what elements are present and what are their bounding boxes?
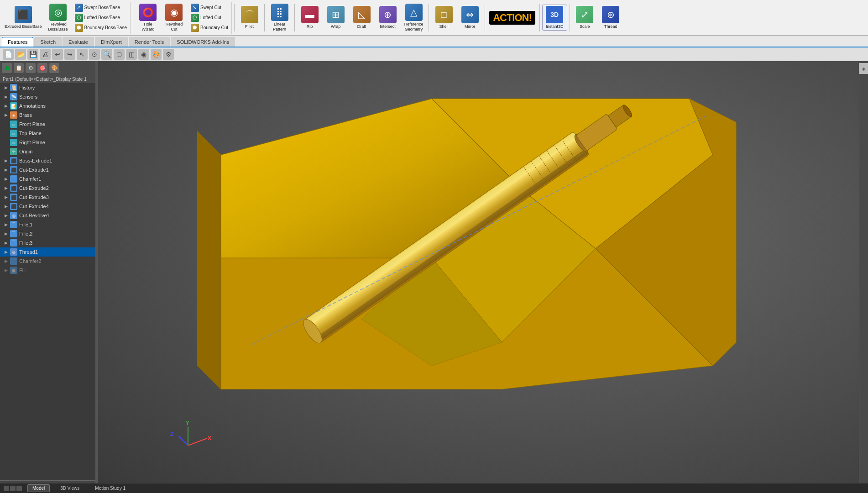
hole-wizard-button[interactable]: ⭕ HoleWizard [136, 2, 161, 33]
extruded-bossbase-label: Extruded Boss/Base [5, 24, 42, 29]
new-icon[interactable]: 📄 [3, 49, 14, 60]
status-tab-model[interactable]: Model [27, 484, 50, 492]
tree-item-cut-extrude2[interactable]: ▶ ⬛ Cut-Extrude2 [0, 184, 97, 193]
fillet-button[interactable]: ⌒ Fillet [237, 5, 262, 31]
boundary-bossbase-button[interactable]: ⬢ Boundary Boss/Base [73, 23, 128, 32]
tree-item-origin[interactable]: ▶ ✛ Origin [0, 147, 97, 156]
viewport[interactable]: X Y Z [98, 61, 859, 483]
tree-item-cut-extrude3[interactable]: ▶ ⬛ Cut-Extrude3 [0, 193, 97, 202]
tree-item-history[interactable]: ▶ 📜 History [0, 83, 97, 92]
display-manager-icon[interactable]: 🎨 [49, 63, 59, 73]
tab-sketch[interactable]: Sketch [34, 37, 62, 47]
linear-pattern-button[interactable]: ⣿ LinearPattern [267, 2, 292, 33]
tree-item-fill[interactable]: ▶ ◼ Fill [0, 266, 97, 275]
save-icon[interactable]: 💾 [27, 49, 38, 60]
tab-rendertools[interactable]: Render Tools [129, 37, 170, 47]
divider5 [429, 4, 429, 31]
view-orient-icon[interactable]: ⬡ [114, 49, 125, 60]
tab-features[interactable]: Features [2, 37, 33, 47]
select-icon[interactable]: ↖ [77, 49, 88, 60]
chamfer1-label: Chamfer1 [19, 176, 41, 182]
annotations-icon: 📝 [10, 102, 17, 110]
boundary-bossbase-icon: ⬢ [75, 24, 83, 32]
tree-item-cut-extrude4[interactable]: ▶ ⬛ Cut-Extrude4 [0, 202, 97, 211]
tree-item-fillet1[interactable]: ▶ ⌒ Fillet1 [0, 220, 97, 229]
fill-label: Fill [19, 267, 26, 273]
cut-extrude2-arrow: ▶ [4, 186, 8, 190]
tree-item-thread1[interactable]: ▶ ⊛ Thread1 [0, 247, 97, 257]
open-icon[interactable]: 📂 [15, 49, 26, 60]
configuration-manager-icon[interactable]: ⚙ [26, 63, 36, 73]
tab-evaluate[interactable]: Evaluate [63, 37, 94, 47]
lofted-cut-button[interactable]: ⬠ Lofted Cut [189, 13, 230, 22]
section-view-icon[interactable]: ◫ [126, 49, 137, 60]
draft-button[interactable]: ◺ Draft [349, 5, 374, 31]
cut-extrude2-icon: ⬛ [10, 184, 17, 192]
revolved-cut-button[interactable]: ◉ RevolvedCut [162, 2, 187, 33]
scale-button[interactable]: ⤢ Scale [572, 5, 597, 31]
zoom-in-icon[interactable]: 🔍 [101, 49, 112, 60]
boundary-cut-label: Boundary Cut [200, 25, 228, 30]
instant3d-icon: 3D [546, 6, 563, 23]
redo-icon[interactable]: ↪ [64, 49, 75, 60]
tree-item-sensors[interactable]: ▶ 📡 Sensors [0, 92, 97, 101]
display-style-icon[interactable]: ◉ [138, 49, 149, 60]
tab-solidworksaddins[interactable]: SOLIDWORKS Add-Ins [171, 37, 235, 47]
options-icon[interactable]: ⚙ [163, 49, 174, 60]
appearance-icon[interactable]: 🎨 [151, 49, 162, 60]
action-logo: ACTION! [489, 11, 535, 25]
cut-extrude4-label: Cut-Extrude4 [19, 204, 49, 209]
tab-dimxpert[interactable]: DimXpert [95, 37, 128, 47]
status-tab-motionstudies[interactable]: Motion Study 1 [90, 484, 131, 492]
divider7 [539, 4, 540, 31]
boundary-cut-button[interactable]: ⬟ Boundary Cut [189, 23, 230, 32]
tree-item-annotations[interactable]: ▶ 📝 Annotations [0, 101, 97, 110]
undo-icon[interactable]: ↩ [52, 49, 63, 60]
cut-extrude2-label: Cut-Extrude2 [19, 185, 49, 191]
boundary-cut-icon: ⬟ [191, 24, 199, 32]
dimxpert-manager-icon[interactable]: 🎯 [37, 63, 47, 73]
mirror-label: Mirror [465, 24, 476, 29]
chamfer1-icon: ⌒ [10, 175, 17, 183]
boss-extrude1-icon: ⬛ [10, 157, 17, 164]
zoom-fit-icon[interactable]: ⊙ [89, 49, 100, 60]
reference-geometry-button[interactable]: △ ReferenceGeometry [401, 2, 426, 33]
tree-item-topplane[interactable]: ▶ ▱ Top Plane [0, 129, 97, 138]
fillet1-icon: ⌒ [10, 221, 17, 228]
tree-item-cut-revolve1[interactable]: ▶ ◎ Cut-Revolve1 [0, 211, 97, 220]
instant3d-button[interactable]: 3D Instant3D [542, 5, 567, 31]
right-panel-btn1[interactable]: ◈ [858, 63, 868, 74]
shell-label: Shell [439, 24, 449, 29]
status-tab-3dviews[interactable]: 3D Views [55, 484, 84, 492]
tree-item-cut-extrude1[interactable]: ▶ ⬛ Cut-Extrude1 [0, 165, 97, 174]
intersect-button[interactable]: ⊕ Intersect [375, 5, 400, 31]
wrap-button[interactable]: ⊞ Wrap [323, 5, 348, 31]
tree-item-rightplane[interactable]: ▶ ▱ Right Plane [0, 138, 97, 147]
swept-bossbase-label: Swept Boss/Base [84, 5, 120, 10]
swept-cut-button[interactable]: ↘ Swept Cut [189, 3, 230, 12]
history-icon: 📜 [10, 84, 17, 91]
tree-item-frontplane[interactable]: ▶ ▱ Front Plane [0, 120, 97, 129]
property-manager-icon[interactable]: 📋 [14, 63, 24, 73]
revolved-cut-label: RevolvedCut [166, 22, 183, 32]
thread-button[interactable]: ⊛ Thread [598, 5, 623, 31]
shell-button[interactable]: □ Shell [431, 5, 456, 31]
feature-manager-icon[interactable]: 🌲 [2, 63, 12, 73]
tree-item-chamfer1[interactable]: ▶ ⌒ Chamfer1 [0, 174, 97, 184]
rib-button[interactable]: ▬ Rib [297, 5, 322, 31]
brass-icon: ◈ [10, 111, 17, 119]
tree-item-brass[interactable]: ▶ ◈ Brass [0, 110, 97, 120]
sensors-label: Sensors [19, 94, 37, 100]
annotations-label: Annotations [19, 103, 46, 109]
tree-item-boss-extrude1[interactable]: ▶ ⬛ Boss-Extrude1 [0, 156, 97, 165]
print-icon[interactable]: 🖨 [40, 49, 51, 60]
panel-resize-handle[interactable] [95, 61, 97, 483]
revolved-bossbase-button[interactable]: ◎ RevolvedBoss/Base [46, 2, 71, 33]
extruded-bossbase-button[interactable]: ⬛ Extruded Boss/Base [2, 5, 45, 31]
tree-item-fillet3[interactable]: ▶ ⌒ Fillet3 [0, 238, 97, 247]
tree-item-chamfer2[interactable]: ▶ ⌒ Chamfer2 [0, 257, 97, 266]
lofted-bossbase-button[interactable]: ⬡ Lofted Boss/Base [73, 13, 128, 22]
tree-item-fillet2[interactable]: ▶ ⌒ Fillet2 [0, 229, 97, 238]
mirror-button[interactable]: ⇔ Mirror [457, 5, 482, 31]
swept-bossbase-button[interactable]: ↗ Swept Boss/Base [73, 3, 128, 12]
